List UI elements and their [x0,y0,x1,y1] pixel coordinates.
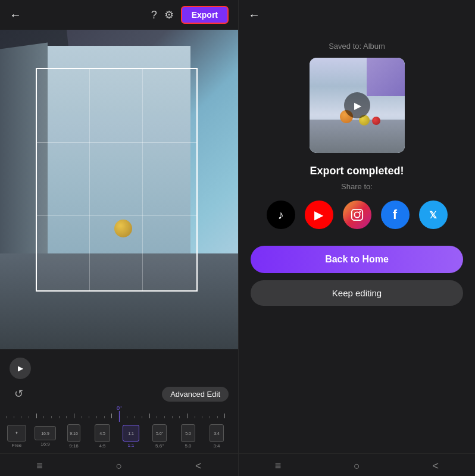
aspect-icon-free: ✦ [7,425,26,441]
timeline-row[interactable]: 0" [0,405,238,422]
left-panel: ← ? ⚙ Export [0,0,238,476]
saved-to-label: Saved to: Album [329,42,385,51]
help-icon[interactable]: ? [151,9,157,21]
tick [96,416,104,418]
svg-point-2 [359,211,361,213]
share-youtube-button[interactable]: ▶ [305,201,333,229]
right-panel: ← Saved to: Album ▶ Export completed! Sh… [238,0,475,476]
aspect-icon-4-5: 4:5 [95,424,110,442]
play-button[interactable]: ▶ [10,358,31,379]
aspect-item-3-4[interactable]: 3:4 3:4 [205,424,229,449]
settings-icon[interactable]: ⚙ [164,8,174,21]
play-icon: ▶ [354,100,361,111]
svg-point-1 [354,212,360,217]
share-twitter-button[interactable]: 𝕏 [419,201,448,229]
svg-rect-0 [351,209,362,220]
tick [66,416,74,418]
tick [29,416,36,418]
aspect-ratio-row: ✦ Free 16:9 16:9 9:16 9:16 4:5 4:5 1:1 1… [0,422,238,453]
left-nav-home[interactable]: ○ [116,460,123,472]
tick-major [224,414,232,418]
aspect-label-free: Free [12,443,21,448]
timeline-cursor: 0" [117,405,121,422]
header-left: ← [10,8,21,22]
tick [43,416,51,418]
tick [14,416,21,418]
right-nav-home[interactable]: ○ [354,460,360,472]
left-nav-menu[interactable]: ≡ [36,460,43,472]
video-preview [0,30,238,349]
tick-major [149,414,157,418]
right-header: ← [239,0,475,30]
tick-major [36,414,44,418]
aspect-label-5-0: 5.0 [185,443,191,449]
aspect-icon-1-1: 1:1 [123,425,139,441]
tick-major [74,414,82,418]
export-completed-text: Export completed! [310,165,404,177]
aspect-item-9-16[interactable]: 9:16 9:16 [62,424,86,449]
tick [142,416,149,418]
tick [127,416,135,418]
right-nav-menu[interactable]: ≡ [275,460,282,472]
tick [59,416,67,418]
tick [82,416,89,418]
reset-button[interactable]: ↺ [10,385,27,403]
tick [179,416,187,418]
aspect-label-16-9: 16:9 [40,441,50,447]
left-header: ← ? ⚙ Export [0,0,238,30]
tick [157,416,164,418]
aspect-label-5-6: 5.6" [155,443,164,449]
crop-overlay[interactable] [36,68,198,292]
aspect-item-5-0[interactable]: 5.0 5.0 [176,424,200,449]
aspect-label-3-4: 3:4 [213,443,220,449]
aspect-item-16-9[interactable]: 16:9 16:9 [33,426,57,447]
aspect-item-1-1[interactable]: 1:1 1:1 [119,425,143,448]
tick [195,416,202,418]
grid-line-v1 [89,69,90,290]
left-nav-bar: ≡ ○ < [0,453,238,476]
tick [217,416,225,418]
grid-line-h2 [37,215,196,216]
right-back-button[interactable]: ← [248,8,260,22]
aspect-label-9-16: 9:16 [69,443,79,449]
cursor-label: 0" [117,405,121,411]
right-nav-bar: ≡ ○ < [239,453,475,476]
share-tiktok-button[interactable]: ♪ [267,201,295,229]
aspect-item-4-5[interactable]: 4:5 4:5 [90,424,114,449]
tick [51,416,59,418]
advanced-edit-row: ↺ Advanced Edit [0,383,238,405]
tick [21,416,29,418]
aspect-icon-16-9: 16:9 [35,426,56,440]
keep-editing-button[interactable]: Keep editing [251,280,463,306]
thumb-floor [310,120,405,153]
aspect-icon-5-6: 5.6" [152,424,167,442]
right-nav-back[interactable]: < [433,460,439,472]
aspect-label-1-1: 1:1 [127,443,134,448]
advanced-edit-button[interactable]: Advanced Edit [162,387,229,402]
aspect-icon-3-4: 3:4 [210,424,224,442]
video-thumbnail[interactable]: ▶ [310,58,405,153]
aspect-icon-5-0: 5.0 [181,424,195,442]
tick [89,416,96,418]
tick [104,416,112,418]
aspect-item-free[interactable]: ✦ Free [5,425,29,448]
aspect-icon-9-16: 9:16 [67,424,80,442]
left-nav-back[interactable]: < [195,460,202,472]
share-to-label: Share to: [341,182,373,191]
grid-line-h1 [37,142,196,143]
tick [164,416,172,418]
aspect-item-5-6[interactable]: 5.6" 5.6" [148,424,171,449]
back-button[interactable]: ← [10,8,21,22]
export-button[interactable]: Export [181,6,229,24]
back-to-home-button[interactable]: Back to Home [251,246,463,273]
share-facebook-button[interactable]: f [381,201,410,229]
tick [202,416,210,418]
grid-line-v2 [142,69,143,290]
tick [134,416,142,418]
thumbnail-play-button[interactable]: ▶ [344,92,370,118]
tick [6,416,14,418]
right-content: Saved to: Album ▶ Export completed! Shar… [239,30,475,453]
bottom-controls: ▶ ↺ Advanced Edit 0" [0,349,238,476]
share-instagram-button[interactable] [343,201,371,229]
grid-lines [37,69,196,290]
